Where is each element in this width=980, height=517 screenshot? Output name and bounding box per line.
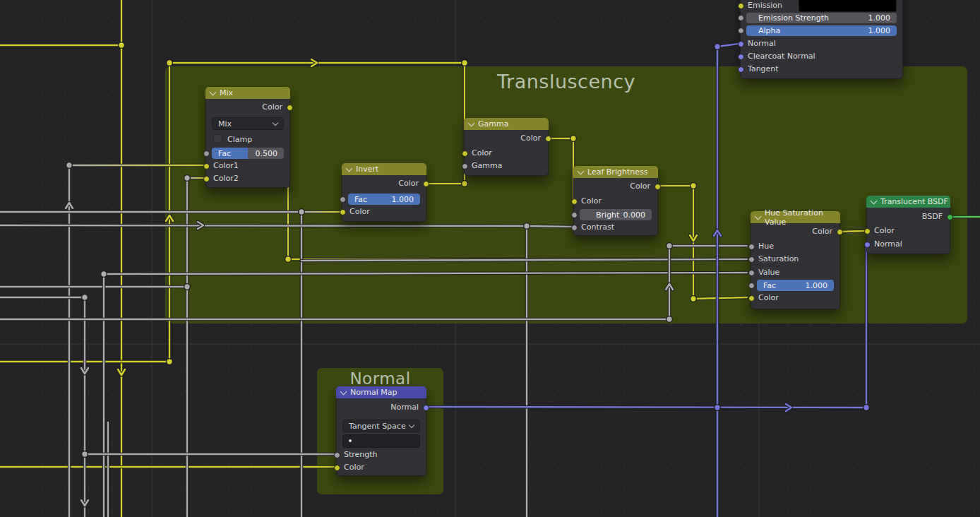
reroute-node[interactable]	[570, 136, 577, 142]
socket-alpha-input[interactable]	[738, 28, 744, 34]
reroute-node[interactable]	[299, 209, 305, 215]
socket-color-output[interactable]	[655, 184, 661, 190]
reroute-node[interactable]	[167, 60, 173, 66]
node-mix-header[interactable]: Mix	[205, 87, 290, 99]
collapse-chevron-icon[interactable]	[340, 388, 347, 395]
node-gamma-header[interactable]: Gamma	[464, 118, 549, 130]
uv-map-field[interactable]	[342, 434, 420, 448]
reroute-node[interactable]	[524, 223, 530, 230]
reroute-node[interactable]	[82, 451, 88, 458]
reroute-node[interactable]	[691, 296, 697, 302]
socket-value-input[interactable]	[748, 270, 755, 276]
node-hsv-header[interactable]: Hue Saturation Value	[751, 211, 840, 223]
input-row-color2: Color2	[213, 173, 282, 184]
socket-color1-input[interactable]	[203, 163, 210, 170]
node-hue-saturation-value[interactable]: Hue Saturation Value Color Hue Saturatio…	[751, 211, 840, 309]
node-invert[interactable]: Invert Color Fac 1.000 Color	[342, 163, 426, 222]
space-dropdown[interactable]: Tangent Space	[342, 420, 420, 432]
socket-fac-input[interactable]	[203, 150, 210, 157]
emission-color-swatch[interactable]	[799, 0, 897, 12]
socket-color-input[interactable]	[571, 198, 578, 205]
emission-strength-slider[interactable]: Emission Strength 1.000	[746, 13, 897, 23]
socket-color-input[interactable]	[340, 209, 346, 215]
reroute-node[interactable]	[864, 405, 870, 411]
collapse-chevron-icon[interactable]	[210, 88, 217, 95]
node-gamma[interactable]: Gamma Color Color Gamma	[464, 118, 549, 176]
socket-hue-input[interactable]	[748, 244, 755, 250]
socket-bsdf-output[interactable]	[947, 214, 953, 220]
fac-slider[interactable]: Fac 0.500	[212, 148, 284, 159]
reroute-node[interactable]	[66, 162, 73, 169]
reroute-node[interactable]	[667, 243, 673, 249]
socket-color-input[interactable]	[864, 228, 871, 234]
reroute-node[interactable]	[715, 44, 721, 50]
socket-tangent-input[interactable]	[738, 66, 744, 73]
socket-color-output[interactable]	[545, 136, 551, 142]
socket-color-input[interactable]	[748, 295, 755, 302]
collapse-chevron-icon[interactable]	[346, 165, 353, 172]
socket-emission-strength-input[interactable]	[738, 15, 744, 21]
socket-strength-input[interactable]	[334, 452, 340, 458]
node-leaf-brightness-header[interactable]: Leaf Brightness	[573, 166, 658, 178]
socket-fac-input[interactable]	[340, 196, 346, 203]
blend-type-dropdown[interactable]: Mix	[212, 117, 284, 130]
collapse-chevron-icon[interactable]	[578, 167, 585, 174]
socket-color-input[interactable]	[462, 150, 468, 157]
bright-slider[interactable]: Bright 0.000	[580, 209, 652, 220]
socket-bright-input[interactable]	[571, 212, 578, 218]
node-mix[interactable]: Mix Color Mix Clamp Fac 0.500 Color1 Col…	[205, 87, 290, 188]
reroute-node[interactable]	[82, 295, 88, 301]
socket-color-input[interactable]	[334, 465, 340, 471]
node-title: Leaf Brightness	[587, 167, 647, 177]
node-editor-canvas[interactable]: Transluscency Normal Mix Color Mix Clamp…	[0, 0, 980, 517]
socket-fac-input[interactable]	[748, 283, 755, 289]
reroute-node[interactable]	[184, 284, 191, 290]
node-translucent-header[interactable]: Translucent BSDF	[866, 196, 950, 208]
collapse-chevron-icon[interactable]	[755, 213, 762, 220]
reroute-node[interactable]	[285, 256, 292, 263]
node-normal-map-header[interactable]: Normal Map	[336, 386, 426, 398]
slider-value: 1.000	[392, 195, 414, 204]
reroute-node[interactable]	[691, 183, 697, 189]
socket-clearcoat-normal-input[interactable]	[738, 54, 744, 60]
reroute-node[interactable]	[184, 175, 191, 182]
reroute-node[interactable]	[101, 271, 107, 278]
socket-normal-input[interactable]	[864, 242, 871, 248]
socket-color-output[interactable]	[837, 229, 843, 235]
reroute-node[interactable]	[119, 42, 125, 49]
socket-color-output[interactable]	[423, 181, 429, 187]
reroute-node[interactable]	[462, 181, 468, 187]
slider-value: 0.500	[256, 149, 278, 158]
clamp-checkbox[interactable]	[213, 134, 222, 143]
socket-color-output[interactable]	[287, 105, 293, 111]
node-normal-map[interactable]: Normal Map Normal Tangent Space Strength…	[336, 386, 426, 476]
fac-slider[interactable]: Fac 1.000	[348, 194, 420, 205]
fac-slider[interactable]: Fac 1.000	[757, 280, 834, 291]
reroute-node[interactable]	[667, 316, 673, 323]
collapse-chevron-icon[interactable]	[468, 119, 475, 126]
node-invert-header[interactable]: Invert	[342, 163, 426, 175]
node-leaf-brightness[interactable]: Leaf Brightness Color Color Bright 0.000…	[573, 166, 658, 236]
input-row-normal: Normal	[748, 38, 895, 49]
uv-map-icon	[349, 439, 352, 442]
socket-normal-output[interactable]	[423, 405, 429, 411]
node-title: Translucent BSDF	[880, 197, 948, 206]
socket-normal-input[interactable]	[738, 41, 744, 47]
socket-color2-input[interactable]	[203, 176, 210, 182]
reroute-node[interactable]	[167, 359, 173, 365]
node-translucent-bsdf[interactable]: Translucent BSDF BSDF Color Normal	[866, 196, 950, 254]
socket-emission-input[interactable]	[738, 3, 744, 9]
reroute-node[interactable]	[462, 60, 468, 66]
wire-link	[839, 231, 866, 232]
socket-saturation-input[interactable]	[748, 256, 755, 263]
input-row-color: Color	[349, 206, 419, 218]
alpha-slider[interactable]: Alpha 1.000	[746, 25, 897, 36]
input-row-saturation: Saturation	[758, 254, 832, 265]
collapse-chevron-icon[interactable]	[871, 197, 878, 204]
node-principled-bsdf[interactable]: Emission Emission Strength 1.000 Alpha 1…	[740, 0, 903, 79]
socket-gamma-input[interactable]	[462, 163, 468, 170]
socket-contrast-input[interactable]	[571, 225, 578, 231]
input-row-value: Value	[758, 267, 832, 278]
slider-value: 0.000	[623, 210, 646, 220]
reroute-node[interactable]	[715, 405, 721, 411]
